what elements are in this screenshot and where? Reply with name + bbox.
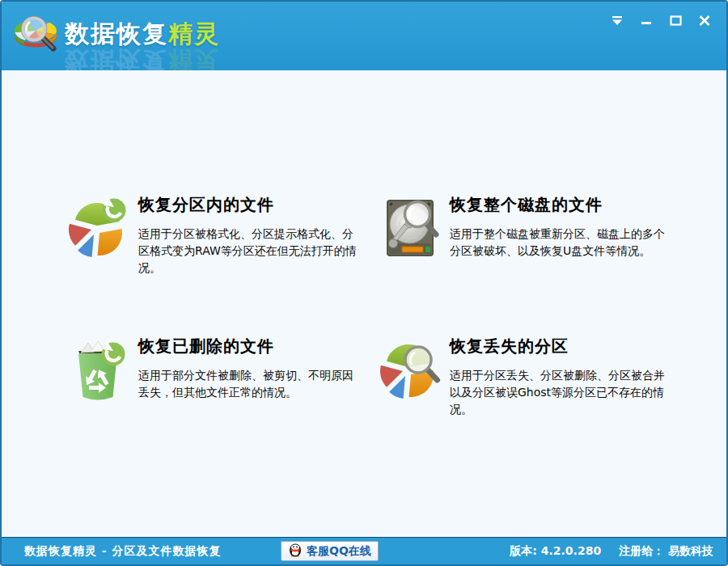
option-text: 恢复丢失的分区 适用于分区丢失、分区被删除、分区被合并以及分区被误Ghost等源… [450,335,673,418]
version-value: 4.2.0.280 [541,544,601,557]
close-icon[interactable] [696,12,713,28]
qq-support-button[interactable]: 客服QQ在线 [281,541,379,561]
statusbar-version-info: 版本: 4.2.0.280注册给： 易数科技 [510,544,713,559]
title-bar: 数据恢复精灵 数据恢复精灵 [2,2,726,70]
statusbar-caption: 数据恢复精灵 - 分区及文件数据恢复 [24,544,222,559]
app-window: 数据恢复精灵 数据恢复精灵 [0,0,728,566]
hard-disk-magnifier-icon [380,193,442,263]
window-controls [608,12,713,28]
option-title: 恢复已删除的文件 [138,336,362,357]
qq-button-label: 客服QQ在线 [307,544,371,559]
option-recover-deleted-files[interactable]: 恢复已删除的文件 适用于部分文件被删除、被剪切、不明原因丢失，但其他文件正常的情… [69,335,370,404]
option-text: 恢复分区内的文件 适用于分区被格式化、分区提示格式化、分区格式变为RAW等分区还… [138,193,362,277]
registered-label: 注册给： [619,544,664,557]
option-title: 恢复丢失的分区 [450,336,673,357]
option-description: 适用于部分文件被删除、被剪切、不明原因丢失，但其他文件正常的情况。 [138,367,362,401]
minimize-icon[interactable] [637,12,655,28]
status-bar: 数据恢复精灵 - 分区及文件数据恢复 客服QQ在线 版本: 4.2.0.280注… [2,537,726,564]
magnifier-pie-logo-icon [11,10,60,55]
option-title: 恢复分区内的文件 [138,194,362,216]
option-recover-lost-partitions[interactable]: 恢复丢失的分区 适用于分区丢失、分区被删除、分区被合并以及分区被误Ghost等源… [380,335,681,418]
option-recover-partition-files[interactable]: 恢复分区内的文件 适用于分区被格式化、分区提示格式化、分区格式变为RAW等分区还… [69,193,370,277]
option-description: 适用于整个磁盘被重新分区、磁盘上的多个分区被破坏、以及恢复U盘文件等情况。 [450,226,673,260]
option-text: 恢复已删除的文件 适用于部分文件被删除、被剪切、不明原因丢失，但其他文件正常的情… [138,335,362,404]
option-text: 恢复整个磁盘的文件 适用于整个磁盘被重新分区、磁盘上的多个分区被破坏、以及恢复U… [450,193,673,263]
recycle-bin-refresh-icon [69,335,130,404]
option-description: 适用于分区丢失、分区被删除、分区被合并以及分区被误Ghost等源分区已不存在的情… [450,367,673,418]
option-recover-disk-files[interactable]: 恢复整个磁盘的文件 适用于整个磁盘被重新分区、磁盘上的多个分区被破坏、以及恢复U… [380,193,681,263]
option-description: 适用于分区被格式化、分区提示格式化、分区格式变为RAW等分区还在但无法打开的情况… [138,226,362,277]
main-area: 恢复分区内的文件 适用于分区被格式化、分区提示格式化、分区格式变为RAW等分区还… [2,70,726,537]
qq-penguin-icon [288,543,303,560]
maximize-icon[interactable] [667,12,684,28]
pie-chart-magnifier-icon [380,335,442,404]
app-title-white: 数据恢复 [65,19,168,48]
pie-chart-refresh-icon [69,193,130,263]
app-title: 数据恢复精灵 [65,18,220,51]
app-title-green: 精灵 [168,19,220,48]
option-title: 恢复整个磁盘的文件 [450,194,673,216]
version-label: 版本: [510,544,537,557]
registered-value: 易数科技 [668,544,713,557]
pin-menu-icon[interactable] [608,12,626,28]
